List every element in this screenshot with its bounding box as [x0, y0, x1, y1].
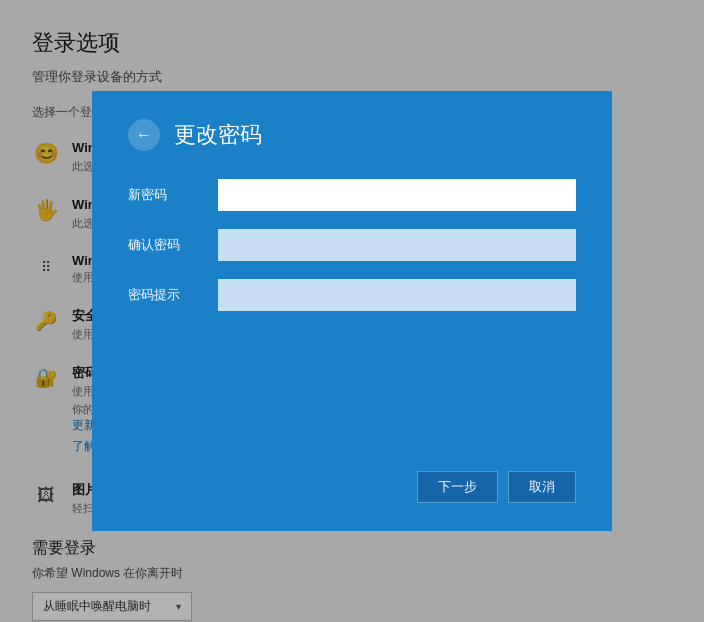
password-hint-row: 密码提示 — [128, 279, 576, 311]
confirm-password-label: 确认密码 — [128, 236, 218, 254]
password-hint-label: 密码提示 — [128, 286, 218, 304]
dialog-header: ← 更改密码 — [128, 119, 576, 151]
dialog-title: 更改密码 — [174, 120, 262, 150]
dialog-overlay: ← 更改密码 新密码 确认密码 密码提示 下一步 取消 — [0, 0, 704, 622]
password-hint-input[interactable] — [218, 279, 576, 311]
dialog-footer: 下一步 取消 — [128, 441, 576, 503]
confirm-password-input[interactable] — [218, 229, 576, 261]
back-button[interactable]: ← — [128, 119, 160, 151]
change-password-dialog: ← 更改密码 新密码 确认密码 密码提示 下一步 取消 — [92, 91, 612, 531]
next-button[interactable]: 下一步 — [417, 471, 498, 503]
cancel-button[interactable]: 取消 — [508, 471, 576, 503]
confirm-password-row: 确认密码 — [128, 229, 576, 261]
new-password-label: 新密码 — [128, 186, 218, 204]
new-password-row: 新密码 — [128, 179, 576, 211]
back-arrow-icon: ← — [136, 126, 152, 144]
new-password-input[interactable] — [218, 179, 576, 211]
